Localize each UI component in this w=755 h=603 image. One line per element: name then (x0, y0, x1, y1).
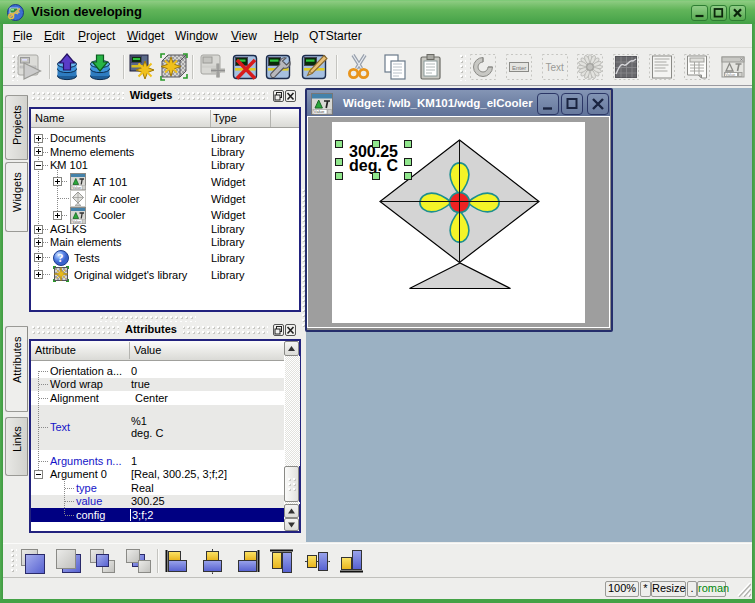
svg-text:?: ? (57, 251, 63, 265)
svg-text:Enter: Enter (512, 65, 526, 71)
svg-text:Value: Value (725, 72, 736, 77)
svg-text:Text: Text (546, 62, 565, 73)
svg-text:Value: Value (314, 109, 325, 114)
